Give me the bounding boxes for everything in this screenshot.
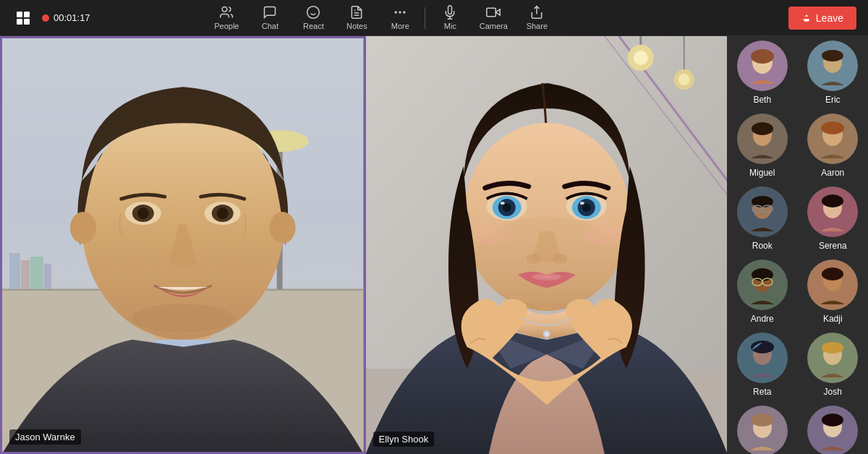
- avatar-kadji: [807, 260, 858, 310]
- participant-label-jason: Jason Warnke: [9, 429, 81, 445]
- svg-rect-2: [17, 19, 22, 25]
- avatar-lila: [737, 406, 788, 454]
- avatar-aaron: [807, 113, 858, 164]
- nav-camera[interactable]: Camera: [472, 0, 515, 36]
- sidebar-participant-jessica[interactable]: Jessica: [798, 401, 869, 454]
- nav-more-label: More: [391, 22, 409, 30]
- svg-point-102: [822, 342, 843, 354]
- grid-view-button[interactable]: [12, 7, 35, 30]
- sidebar-name-josh: Josh: [824, 387, 842, 397]
- video-tile-ellyn: Ellyn Shook: [366, 36, 728, 454]
- participant-row-2: Miguel Aaron: [727, 109, 868, 182]
- topbar: 00:01:17 People Chat React: [0, 0, 868, 36]
- sidebar-name-serena: Serena: [819, 241, 847, 251]
- sidebar-name-miguel: Miguel: [749, 168, 775, 178]
- svg-point-61: [526, 254, 540, 264]
- svg-rect-16: [487, 8, 496, 17]
- participant-label-ellyn: Ellyn Shook: [373, 432, 435, 447]
- participant-row-4: Andre Kadji: [727, 255, 868, 328]
- sidebar-participant-rook[interactable]: Rook: [727, 182, 798, 255]
- svg-point-108: [822, 414, 843, 427]
- sidebar-participant-kadji[interactable]: Kadji: [798, 255, 869, 328]
- svg-point-63: [532, 273, 561, 280]
- svg-point-79: [821, 121, 844, 134]
- video-tile-jason: Jason Warnke: [0, 36, 366, 454]
- svg-rect-1: [24, 12, 30, 17]
- nav-more[interactable]: More: [378, 0, 422, 36]
- svg-point-4: [223, 7, 228, 12]
- svg-point-62: [552, 254, 566, 264]
- svg-point-12: [404, 11, 406, 13]
- svg-point-65: [582, 224, 618, 246]
- sidebar-participant-miguel[interactable]: Miguel: [727, 109, 798, 182]
- sidebar-name-beth: Beth: [753, 95, 771, 105]
- nav-chat[interactable]: Chat: [248, 0, 292, 36]
- sidebar-participant-josh[interactable]: Josh: [798, 328, 869, 401]
- svg-point-88: [822, 194, 843, 207]
- svg-point-46: [678, 74, 689, 85]
- nav-people[interactable]: People: [205, 0, 248, 36]
- participant-row-5: Reta Josh: [727, 328, 868, 401]
- sidebar-participant-andre[interactable]: Andre: [727, 255, 798, 328]
- svg-point-70: [751, 49, 774, 64]
- svg-point-30: [70, 212, 96, 244]
- sidebar-participant-lila[interactable]: Lila: [727, 401, 798, 454]
- svg-point-67: [544, 332, 548, 336]
- main-content: Jason Warnke: [0, 36, 868, 454]
- svg-point-59: [582, 203, 590, 212]
- participant-row-6: Lila Jessica: [727, 401, 868, 454]
- sidebar-name-eric: Eric: [825, 95, 841, 105]
- svg-point-54: [502, 203, 511, 212]
- sidebar-participant-beth[interactable]: Beth: [727, 36, 798, 109]
- avatar-serena: [807, 187, 858, 237]
- participant-row-3: Rook Serena: [727, 182, 868, 255]
- nav-mic-label: Mic: [444, 22, 456, 30]
- svg-point-37: [217, 207, 229, 219]
- nav-people-label: People: [214, 22, 239, 30]
- svg-point-38: [132, 304, 234, 333]
- sidebar-name-kadji: Kadji: [823, 314, 843, 324]
- leave-label: Leave: [816, 12, 843, 24]
- nav-camera-label: Camera: [480, 22, 508, 30]
- svg-point-60: [579, 202, 584, 205]
- nav-mic[interactable]: Mic: [428, 0, 472, 36]
- avatar-miguel: [737, 113, 788, 164]
- recording-indicator: [42, 14, 49, 22]
- nav-share-label: Share: [527, 22, 548, 30]
- leave-button[interactable]: Leave: [788, 7, 856, 30]
- svg-point-11: [399, 11, 401, 13]
- nav-toolbar: People Chat React Notes: [205, 0, 558, 36]
- svg-point-76: [752, 122, 773, 135]
- avatar-josh: [807, 333, 858, 383]
- nav-react[interactable]: React: [292, 0, 335, 36]
- svg-point-36: [137, 207, 149, 219]
- svg-point-96: [822, 267, 843, 280]
- video-area: Jason Warnke: [0, 36, 727, 454]
- nav-chat-label: Chat: [262, 22, 278, 30]
- sidebar-name-andre: Andre: [751, 314, 774, 324]
- avatar-eric: [807, 40, 858, 91]
- avatar-jessica: [807, 406, 858, 454]
- svg-marker-15: [496, 9, 501, 15]
- avatar-beth: [737, 40, 788, 91]
- sidebar-name-aaron: Aaron: [821, 168, 844, 178]
- nav-notes[interactable]: Notes: [335, 0, 378, 36]
- avatar-andre: [737, 260, 788, 310]
- nav-share[interactable]: Share: [515, 0, 558, 36]
- sidebar-participant-serena[interactable]: Serena: [798, 182, 869, 255]
- svg-point-5: [307, 7, 320, 19]
- svg-rect-0: [17, 12, 22, 17]
- participant-row-1: Beth Eric: [727, 36, 868, 109]
- nav-notes-label: Notes: [346, 22, 367, 30]
- svg-point-105: [751, 414, 774, 427]
- svg-point-64: [474, 224, 510, 246]
- avatar-reta: [737, 333, 788, 383]
- avatar-rook: [737, 187, 788, 237]
- svg-point-73: [822, 50, 843, 61]
- svg-point-31: [270, 212, 296, 244]
- sidebar-participant-reta[interactable]: Reta: [727, 328, 798, 401]
- svg-point-55: [500, 202, 504, 205]
- sidebar-participant-eric[interactable]: Eric: [798, 36, 869, 109]
- svg-rect-3: [24, 19, 30, 25]
- sidebar-participant-aaron[interactable]: Aaron: [798, 109, 869, 182]
